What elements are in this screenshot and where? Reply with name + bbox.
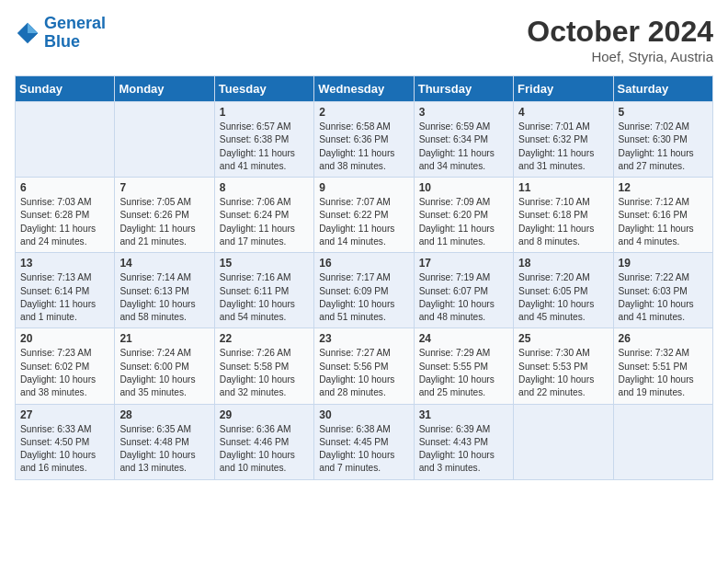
day-detail: Sunrise: 6:39 AM	[419, 424, 491, 434]
table-row: 6Sunrise: 7:03 AMSunset: 6:28 PMDaylight…	[16, 178, 115, 253]
header-friday: Friday	[514, 76, 613, 102]
table-row: 23Sunrise: 7:27 AMSunset: 5:56 PMDayligh…	[314, 328, 414, 404]
day-number: 31	[419, 408, 508, 421]
calendar-week-row: 13Sunrise: 7:13 AMSunset: 6:14 PMDayligh…	[16, 253, 713, 328]
day-detail: Sunset: 6:38 PM	[220, 134, 289, 144]
day-info: Sunrise: 7:32 AMSunset: 5:51 PMDaylight:…	[619, 347, 708, 399]
day-detail: Sunset: 6:05 PM	[518, 286, 587, 296]
table-row: 13Sunrise: 7:13 AMSunset: 6:14 PMDayligh…	[16, 253, 115, 328]
day-number: 27	[20, 408, 109, 421]
day-detail: Sunset: 5:53 PM	[518, 362, 587, 372]
day-number: 3	[419, 106, 508, 119]
table-row: 31Sunrise: 6:39 AMSunset: 4:43 PMDayligh…	[414, 404, 513, 479]
table-row: 24Sunrise: 7:29 AMSunset: 5:55 PMDayligh…	[414, 328, 513, 404]
day-detail: Daylight: 11 hours and 17 minutes.	[220, 224, 295, 247]
day-detail: Sunset: 6:32 PM	[518, 134, 587, 144]
day-detail: Daylight: 10 hours and 51 minutes.	[319, 299, 394, 322]
table-row: 16Sunrise: 7:17 AMSunset: 6:09 PMDayligh…	[314, 253, 414, 328]
day-detail: Sunrise: 7:29 AM	[419, 348, 491, 358]
day-detail: Sunrise: 7:06 AM	[220, 197, 291, 207]
day-detail: Sunrise: 7:22 AM	[619, 272, 690, 282]
header-saturday: Saturday	[613, 76, 712, 102]
day-info: Sunrise: 7:24 AMSunset: 6:00 PMDaylight:…	[119, 347, 209, 399]
day-detail: Daylight: 11 hours and 11 minutes.	[419, 224, 495, 247]
table-row: 17Sunrise: 7:19 AMSunset: 6:07 PMDayligh…	[414, 253, 513, 328]
day-detail: Sunrise: 7:16 AM	[220, 272, 291, 282]
table-row: 9Sunrise: 7:07 AMSunset: 6:22 PMDaylight…	[314, 178, 414, 253]
day-info: Sunrise: 7:03 AMSunset: 6:28 PMDaylight:…	[20, 196, 109, 248]
day-detail: Daylight: 11 hours and 1 minute.	[20, 299, 96, 322]
calendar-table: Sunday Monday Tuesday Wednesday Thursday…	[15, 75, 713, 480]
day-detail: Sunrise: 6:36 AM	[220, 424, 291, 434]
day-info: Sunrise: 7:02 AMSunset: 6:30 PMDaylight:…	[619, 121, 708, 173]
calendar-week-row: 20Sunrise: 7:23 AMSunset: 6:02 PMDayligh…	[16, 328, 713, 404]
day-info: Sunrise: 7:17 AMSunset: 6:09 PMDaylight:…	[319, 271, 408, 324]
calendar-week-row: 6Sunrise: 7:03 AMSunset: 6:28 PMDaylight…	[16, 178, 713, 253]
table-row: 1Sunrise: 6:57 AMSunset: 6:38 PMDaylight…	[214, 102, 313, 178]
day-info: Sunrise: 7:01 AMSunset: 6:32 PMDaylight:…	[518, 121, 608, 173]
logo-blue: Blue	[44, 32, 80, 51]
table-row	[16, 102, 115, 178]
day-detail: Sunset: 6:11 PM	[220, 286, 289, 296]
day-detail: Sunset: 6:36 PM	[319, 134, 388, 144]
day-number: 24	[419, 332, 508, 345]
day-number: 16	[319, 257, 408, 270]
table-row: 11Sunrise: 7:10 AMSunset: 6:18 PMDayligh…	[514, 178, 613, 253]
day-detail: Sunrise: 7:03 AM	[20, 197, 92, 207]
day-number: 6	[20, 181, 109, 194]
day-info: Sunrise: 7:27 AMSunset: 5:56 PMDaylight:…	[319, 347, 408, 399]
day-number: 14	[119, 257, 209, 270]
day-number: 11	[518, 181, 608, 194]
day-detail: Daylight: 10 hours and 22 minutes.	[518, 374, 594, 397]
day-info: Sunrise: 7:22 AMSunset: 6:03 PMDaylight:…	[619, 271, 708, 324]
page-header: General Blue October 2024 Hoef, Styria, …	[15, 15, 713, 64]
table-row: 21Sunrise: 7:24 AMSunset: 6:00 PMDayligh…	[115, 328, 214, 404]
logo-icon	[15, 20, 40, 46]
day-detail: Sunrise: 7:20 AM	[518, 272, 590, 282]
day-detail: Sunset: 6:02 PM	[20, 362, 89, 372]
day-detail: Daylight: 11 hours and 14 minutes.	[319, 224, 394, 247]
day-detail: Sunset: 6:24 PM	[220, 210, 289, 220]
table-row: 15Sunrise: 7:16 AMSunset: 6:11 PMDayligh…	[214, 253, 313, 328]
day-detail: Sunrise: 7:26 AM	[220, 348, 291, 358]
day-detail: Daylight: 10 hours and 3 minutes.	[419, 450, 495, 473]
day-number: 30	[319, 408, 408, 421]
day-detail: Sunset: 6:16 PM	[619, 210, 688, 220]
table-row: 25Sunrise: 7:30 AMSunset: 5:53 PMDayligh…	[514, 328, 613, 404]
day-detail: Daylight: 10 hours and 13 minutes.	[119, 450, 195, 473]
day-detail: Sunrise: 7:01 AM	[518, 121, 590, 132]
title-block: October 2024 Hoef, Styria, Austria	[527, 15, 713, 64]
logo-text: General Blue	[44, 15, 106, 52]
calendar-week-row: 1Sunrise: 6:57 AMSunset: 6:38 PMDaylight…	[16, 102, 713, 178]
day-detail: Daylight: 10 hours and 35 minutes.	[119, 374, 195, 397]
day-info: Sunrise: 6:33 AMSunset: 4:50 PMDaylight:…	[20, 423, 109, 476]
header-monday: Monday	[115, 76, 214, 102]
day-info: Sunrise: 7:19 AMSunset: 6:07 PMDaylight:…	[419, 271, 508, 324]
header-thursday: Thursday	[414, 76, 513, 102]
table-row: 28Sunrise: 6:35 AMSunset: 4:48 PMDayligh…	[115, 404, 214, 479]
day-detail: Daylight: 10 hours and 48 minutes.	[419, 299, 495, 322]
day-detail: Sunrise: 7:32 AM	[619, 348, 690, 358]
table-row: 7Sunrise: 7:05 AMSunset: 6:26 PMDaylight…	[115, 178, 214, 253]
table-row: 26Sunrise: 7:32 AMSunset: 5:51 PMDayligh…	[613, 328, 712, 404]
day-detail: Daylight: 10 hours and 7 minutes.	[319, 450, 394, 473]
day-info: Sunrise: 7:06 AMSunset: 6:24 PMDaylight:…	[220, 196, 309, 248]
day-number: 2	[319, 106, 408, 119]
day-number: 4	[518, 106, 608, 119]
day-detail: Sunrise: 7:10 AM	[518, 197, 590, 207]
table-row: 18Sunrise: 7:20 AMSunset: 6:05 PMDayligh…	[514, 253, 613, 328]
day-number: 25	[518, 332, 608, 345]
day-number: 15	[220, 257, 309, 270]
location-text: Hoef, Styria, Austria	[527, 49, 713, 64]
day-detail: Sunrise: 7:02 AM	[619, 121, 690, 132]
day-detail: Sunrise: 7:17 AM	[319, 272, 391, 282]
day-detail: Sunrise: 7:23 AM	[20, 348, 92, 358]
day-detail: Sunrise: 7:09 AM	[419, 197, 491, 207]
day-number: 10	[419, 181, 508, 194]
day-number: 21	[119, 332, 209, 345]
day-detail: Sunrise: 6:33 AM	[20, 424, 92, 434]
day-info: Sunrise: 7:26 AMSunset: 5:58 PMDaylight:…	[220, 347, 309, 399]
day-detail: Sunrise: 7:27 AM	[319, 348, 391, 358]
table-row: 8Sunrise: 7:06 AMSunset: 6:24 PMDaylight…	[214, 178, 313, 253]
day-number: 28	[119, 408, 209, 421]
